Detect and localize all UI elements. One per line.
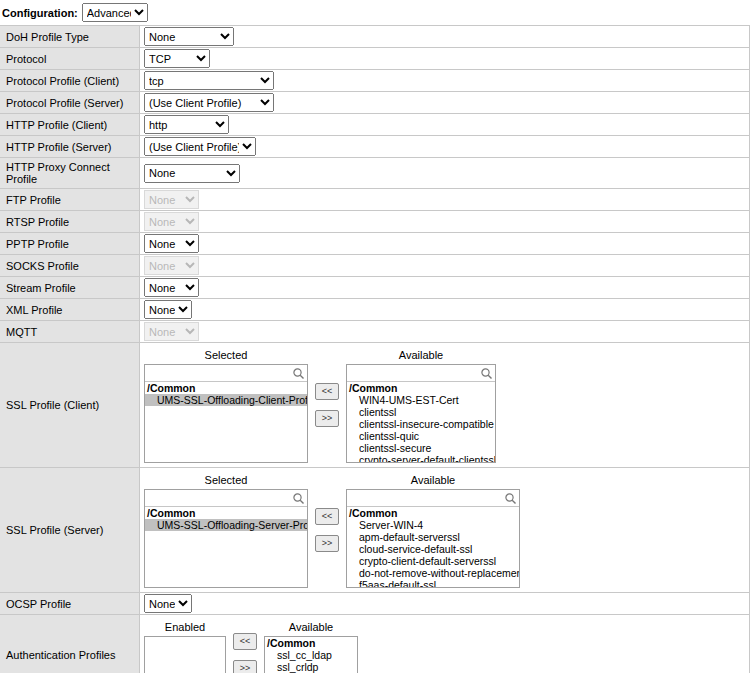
- field-label: SSL Profile (Client): [0, 343, 140, 467]
- pptp-profile-select[interactable]: None: [144, 234, 199, 253]
- list-item[interactable]: UMS-SSL-Offloading-Client-Profile: [145, 394, 307, 406]
- protocol-select[interactable]: TCP: [144, 49, 210, 68]
- ftp-profile-select: None: [144, 190, 199, 209]
- ssl-client-selected-filter-input[interactable]: [147, 366, 292, 381]
- list-item[interactable]: cloud-service-default-ssl: [347, 543, 519, 555]
- auth-move-buttons: << >>: [233, 633, 257, 673]
- configuration-form: Configuration: Advanced DoH Profile Type…: [0, 0, 750, 673]
- list-group-common[interactable]: /Common: [145, 507, 307, 519]
- field-label: XML Profile: [0, 299, 140, 320]
- field-label: HTTP Profile (Server): [0, 136, 140, 157]
- row-http-profile-server: HTTP Profile (Server) (Use Client Profil…: [0, 136, 749, 158]
- auth-available-listbox: /Common ssl_cc_ldap ssl_crldp ssl_ocsp: [264, 636, 358, 673]
- http-profile-server-select[interactable]: (Use Client Profile): [144, 137, 256, 156]
- rtsp-profile-select: None: [144, 212, 199, 231]
- auth-move-right-button[interactable]: >>: [233, 660, 257, 673]
- field-label: Stream Profile: [0, 277, 140, 298]
- ssl-server-available-listbox: /Common Server-WIN-4 apm-default-servers…: [346, 489, 520, 588]
- ssl-client-available-list[interactable]: /Common WIN4-UMS-EST-Cert clientssl clie…: [347, 382, 495, 462]
- http-proxy-connect-profile-select[interactable]: None: [144, 164, 240, 183]
- ssl-client-move-left-button[interactable]: <<: [315, 383, 339, 400]
- ssl-server-move-right-button[interactable]: >>: [315, 535, 339, 552]
- field-label: Protocol Profile (Client): [0, 70, 140, 91]
- selected-header: Selected: [144, 347, 308, 364]
- search-icon[interactable]: [292, 367, 305, 380]
- field-label: HTTP Profile (Client): [0, 114, 140, 135]
- field-label: FTP Profile: [0, 189, 140, 210]
- list-item[interactable]: Server-WIN-4: [347, 519, 519, 531]
- ssl-server-selected-filter-input[interactable]: [147, 491, 292, 506]
- search-icon[interactable]: [504, 492, 517, 505]
- available-header: Available: [346, 472, 520, 489]
- field-label: HTTP Proxy Connect Profile: [0, 158, 140, 188]
- field-label: DoH Profile Type: [0, 26, 140, 47]
- search-icon[interactable]: [292, 492, 305, 505]
- ssl-client-move-buttons: << >>: [315, 383, 339, 427]
- list-group-common[interactable]: /Common: [265, 637, 357, 649]
- http-profile-client-select[interactable]: http: [144, 115, 229, 134]
- auth-available-list[interactable]: /Common ssl_cc_ldap ssl_crldp ssl_ocsp: [265, 637, 357, 673]
- available-header: Available: [264, 619, 358, 636]
- row-doh-profile-type: DoH Profile Type None: [0, 25, 749, 48]
- configuration-select[interactable]: Advanced: [82, 3, 148, 22]
- auth-enabled-list[interactable]: [145, 637, 225, 673]
- socks-profile-select: None: [144, 256, 199, 275]
- ssl-client-available-search-row: [347, 365, 495, 382]
- row-http-profile-client: HTTP Profile (Client) http: [0, 114, 749, 136]
- ssl-client-available-filter-input[interactable]: [349, 366, 480, 381]
- list-group-common[interactable]: /Common: [347, 382, 495, 394]
- profiles-table: DoH Profile Type None Protocol TCP Proto…: [0, 25, 750, 673]
- ssl-server-available-list[interactable]: /Common Server-WIN-4 apm-default-servers…: [347, 507, 519, 587]
- xml-profile-select[interactable]: None: [144, 300, 192, 319]
- auth-move-left-button[interactable]: <<: [233, 633, 257, 650]
- field-label: RTSP Profile: [0, 211, 140, 232]
- list-item[interactable]: clientssl: [347, 406, 495, 418]
- field-label: Authentication Profiles: [0, 615, 140, 673]
- ssl-server-dual-list: Selected /Common UMS-SSL-Offloading-Serv…: [144, 472, 520, 588]
- ssl-server-available-search-row: [347, 490, 519, 507]
- ssl-client-dual-list: Selected /Common UMS-SSL-Offloading-Clie…: [144, 347, 496, 463]
- list-item[interactable]: apm-default-serverssl: [347, 531, 519, 543]
- stream-profile-select[interactable]: None: [144, 278, 199, 297]
- ssl-client-move-right-button[interactable]: >>: [315, 410, 339, 427]
- ssl-server-available-filter-input[interactable]: [349, 491, 504, 506]
- configuration-header: Configuration: Advanced: [0, 0, 750, 25]
- list-item[interactable]: f5aas-default-ssl: [347, 579, 519, 587]
- list-item[interactable]: ssl_cc_ldap: [265, 649, 357, 661]
- list-item[interactable]: clientssl-insecure-compatible: [347, 418, 495, 430]
- selected-header: Selected: [144, 472, 308, 489]
- protocol-profile-client-select[interactable]: tcp: [144, 71, 274, 90]
- row-pptp-profile: PPTP Profile None: [0, 233, 749, 255]
- ssl-server-move-left-button[interactable]: <<: [315, 508, 339, 525]
- list-item[interactable]: do-not-remove-without-replacement: [347, 567, 519, 579]
- auth-enabled-listbox: [144, 636, 226, 673]
- field-label: SSL Profile (Server): [0, 468, 140, 592]
- row-mqtt: MQTT None: [0, 321, 749, 343]
- row-protocol-profile-server: Protocol Profile (Server) (Use Client Pr…: [0, 92, 749, 114]
- ssl-server-move-buttons: << >>: [315, 508, 339, 552]
- row-ftp-profile: FTP Profile None: [0, 189, 749, 211]
- row-http-proxy-connect-profile: HTTP Proxy Connect Profile None: [0, 158, 749, 189]
- enabled-header: Enabled: [144, 619, 226, 636]
- list-item[interactable]: WIN4-UMS-EST-Cert: [347, 394, 495, 406]
- row-socks-profile: SOCKS Profile None: [0, 255, 749, 277]
- list-item[interactable]: UMS-SSL-Offloading-Server-Profile: [145, 519, 307, 531]
- ssl-client-available-listbox: /Common WIN4-UMS-EST-Cert clientssl clie…: [346, 364, 496, 463]
- ssl-client-selected-listbox: /Common UMS-SSL-Offloading-Client-Profil…: [144, 364, 308, 463]
- list-group-common[interactable]: /Common: [347, 507, 519, 519]
- protocol-profile-server-select[interactable]: (Use Client Profile): [144, 93, 274, 112]
- doh-profile-type-select[interactable]: None: [144, 27, 234, 46]
- row-protocol: Protocol TCP: [0, 48, 749, 70]
- ssl-server-selected-search-row: [145, 490, 307, 507]
- ocsp-profile-select[interactable]: None: [144, 594, 192, 613]
- ssl-server-selected-list[interactable]: /Common UMS-SSL-Offloading-Server-Profil…: [145, 507, 307, 587]
- list-item[interactable]: crypto-client-default-serverssl: [347, 555, 519, 567]
- configuration-label: Configuration:: [2, 7, 78, 19]
- ssl-client-selected-list[interactable]: /Common UMS-SSL-Offloading-Client-Profil…: [145, 382, 307, 462]
- list-item[interactable]: crypto-server-default-clientssl: [347, 454, 495, 462]
- list-item[interactable]: clientssl-secure: [347, 442, 495, 454]
- list-item[interactable]: clientssl-quic: [347, 430, 495, 442]
- list-item[interactable]: ssl_crldp: [265, 661, 357, 673]
- search-icon[interactable]: [480, 367, 493, 380]
- list-group-common[interactable]: /Common: [145, 382, 307, 394]
